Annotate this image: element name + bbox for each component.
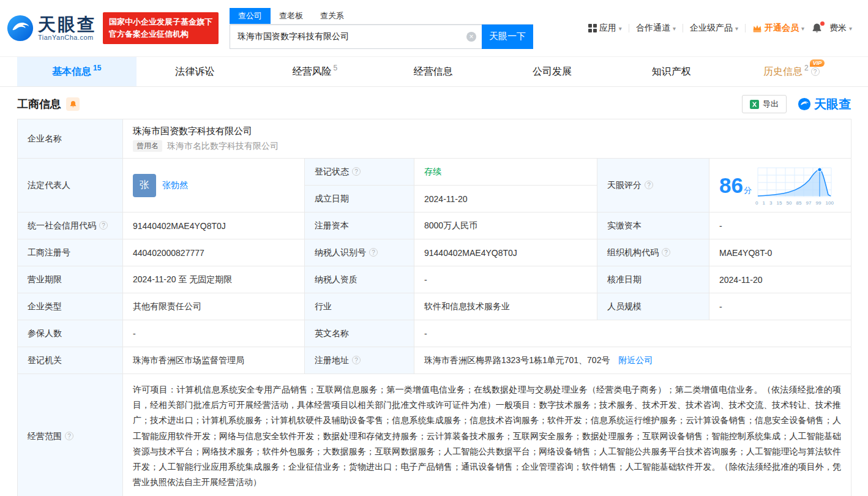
nav-partner-channel[interactable]: 合作通道 ▾ xyxy=(636,23,676,34)
tab-history-info[interactable]: 历史信息 2 ? VIP xyxy=(731,57,851,86)
label-text: 英文名称 xyxy=(315,328,349,338)
help-icon[interactable]: ? xyxy=(645,181,653,189)
business-scope-cell: 许可项目：计算机信息系统安全专用产品销售；互联网信息服务；第一类增值电信业务；在… xyxy=(123,374,851,496)
tab-label: 知识产权 xyxy=(652,66,691,78)
label-text: 经营范围 xyxy=(28,431,62,441)
bell-icon xyxy=(69,100,77,108)
export-label: 导出 xyxy=(763,99,779,110)
org-code-value: MAE4YQ8T-0 xyxy=(719,248,772,258)
tab-legal-litigation[interactable]: 法律诉讼 xyxy=(137,57,256,86)
field-label: 成立日期 xyxy=(305,186,414,212)
tab-business-info[interactable]: 经营信息 xyxy=(375,57,494,86)
help-icon[interactable]: ? xyxy=(662,248,670,257)
search-input[interactable] xyxy=(230,24,482,49)
former-name-badge: 曾用名 xyxy=(133,140,162,152)
reg-status-cell: 存续 xyxy=(414,159,597,186)
search-button[interactable]: 天眼一下 xyxy=(482,24,533,49)
legal-rep-avatar[interactable]: 张 xyxy=(133,174,156,197)
tianyan-score-cell[interactable]: 86 分 xyxy=(709,159,851,212)
tianyancha-logo[interactable]: 天眼查 TianYanCha.com xyxy=(6,14,97,42)
table-row: 企业类型 其他有限责任公司 行业 软件和信息技术服务业 人员规模 - xyxy=(18,293,851,320)
watermark-label: 天眼查 xyxy=(814,96,851,113)
field-label: 法定代表人 xyxy=(18,159,123,212)
nearby-companies-link[interactable]: 附近公司 xyxy=(618,355,653,365)
term-value: 2024-11-20 至 无固定期限 xyxy=(133,274,232,284)
tab-intellectual-property[interactable]: 知识产权 xyxy=(613,57,732,86)
field-label: 注册地址? xyxy=(305,347,414,374)
reg-capital-value: 8000万人民币 xyxy=(424,220,477,230)
tab-business-risk[interactable]: 经营风险 5 xyxy=(255,57,375,86)
help-icon[interactable]: ? xyxy=(811,67,820,76)
export-button[interactable]: 导出 xyxy=(742,95,787,113)
tab-label: 历史信息 xyxy=(763,66,803,78)
monitor-bell-button[interactable] xyxy=(66,97,80,111)
tab-company-development[interactable]: 公司发展 xyxy=(493,57,613,86)
field-label: 营业期限 xyxy=(18,266,123,293)
field-label: 登记状态? xyxy=(305,159,414,186)
approval-date-cell: 2024-11-20 xyxy=(709,266,851,293)
taxpayer-qual-value: - xyxy=(424,275,427,285)
nav-open-vip[interactable]: 开通会员 ▾ xyxy=(752,23,804,34)
field-label: 纳税人识别号? xyxy=(305,239,414,266)
search-tab-company[interactable]: 查公司 xyxy=(230,8,271,24)
top-header: 天眼查 TianYanCha.com 国家中小企业发展子基金旗下 官方备案企业征… xyxy=(0,0,868,56)
field-label: 核准日期 xyxy=(597,266,709,293)
help-icon[interactable]: ? xyxy=(352,356,361,364)
search-tab-relation[interactable]: 查关系 xyxy=(312,8,353,24)
score-curve-chart: 01 315 5085 9799 100 xyxy=(755,165,835,206)
label-text: 法定代表人 xyxy=(28,180,70,190)
nav-user-menu[interactable]: 费米 ▾ xyxy=(829,23,852,34)
taxpayer-no-value: 91440402MAE4YQ8T0J xyxy=(424,248,517,258)
paid-capital-cell: - xyxy=(709,212,851,239)
table-row: 参保人数 - 英文名称 - xyxy=(18,320,851,347)
chevron-down-icon: ▾ xyxy=(735,25,738,32)
brand-name: 天眼查 xyxy=(38,15,97,34)
vip-badge: VIP xyxy=(810,59,825,67)
label-text: 核准日期 xyxy=(607,274,642,284)
company-name-cell: 珠海市国资数字科技有限公司 曾用名 珠海市名比数字科技有限公司 xyxy=(123,119,851,159)
help-icon[interactable]: ? xyxy=(99,221,108,230)
english-name-value: - xyxy=(424,329,427,339)
reg-no-value: 440402000827777 xyxy=(133,248,204,258)
insured-value: - xyxy=(133,329,136,339)
business-info-section-header: 工商信息 导出 天眼查 xyxy=(0,87,868,119)
help-icon[interactable]: ? xyxy=(65,432,73,440)
tab-count: 2 xyxy=(804,64,809,72)
label-text: 营业期限 xyxy=(28,274,62,284)
field-label: 企业类型 xyxy=(18,293,123,320)
field-label: 英文名称 xyxy=(305,320,414,347)
chevron-down-icon: ▾ xyxy=(849,25,852,32)
address-cell: 珠海市香洲区梅界路1323号1栋1单元701、702号 附近公司 xyxy=(414,347,851,374)
table-row: 工商注册号 440402000827777 纳税人识别号? 91440402MA… xyxy=(18,239,851,266)
tab-basic-info[interactable]: 基本信息 15 xyxy=(17,57,137,86)
search-tab-boss[interactable]: 查老板 xyxy=(271,8,312,24)
score-unit: 分 xyxy=(744,185,752,196)
help-icon[interactable]: ? xyxy=(352,167,361,176)
table-row: 法定代表人 张 张勃然 登记状态? 存续 天眼评分? 86 分 xyxy=(18,159,851,186)
help-icon[interactable]: ? xyxy=(369,248,378,257)
tab-label: 经营信息 xyxy=(414,66,453,78)
nav-apps[interactable]: 应用 ▾ xyxy=(588,23,622,34)
section-title: 工商信息 xyxy=(17,97,61,111)
search-tabs: 查公司 查老板 查关系 xyxy=(230,8,533,24)
notification-bell-button[interactable] xyxy=(811,23,823,34)
legal-rep-link[interactable]: 张勃然 xyxy=(162,180,188,191)
field-label: 天眼评分? xyxy=(597,159,709,212)
field-label: 登记机关 xyxy=(18,347,123,374)
table-row: 经营范围? 许可项目：计算机信息系统安全专用产品销售；互联网信息服务；第一类增值… xyxy=(18,374,851,496)
org-code-cell: MAE4YQ8T-0 xyxy=(709,239,851,266)
label-text: 纳税人识别号 xyxy=(315,247,366,257)
label-text: 天眼评分 xyxy=(607,180,642,190)
username: 费米 xyxy=(829,23,847,34)
divider xyxy=(629,24,629,32)
address-value: 珠海市香洲区梅界路1323号1栋1单元701、702号 xyxy=(424,355,610,365)
nav-apps-label: 应用 xyxy=(599,23,616,34)
label-text: 登记状态 xyxy=(315,167,349,176)
nav-enterprise-label: 企业级产品 xyxy=(690,23,733,34)
excel-icon xyxy=(750,100,759,109)
clear-search-icon[interactable]: × xyxy=(466,32,476,42)
tianyancha-logo-icon xyxy=(798,97,811,111)
staff-size-cell: - xyxy=(709,293,851,320)
approval-date-value: 2024-11-20 xyxy=(719,275,763,285)
nav-enterprise-products[interactable]: 企业级产品 ▾ xyxy=(690,23,738,34)
